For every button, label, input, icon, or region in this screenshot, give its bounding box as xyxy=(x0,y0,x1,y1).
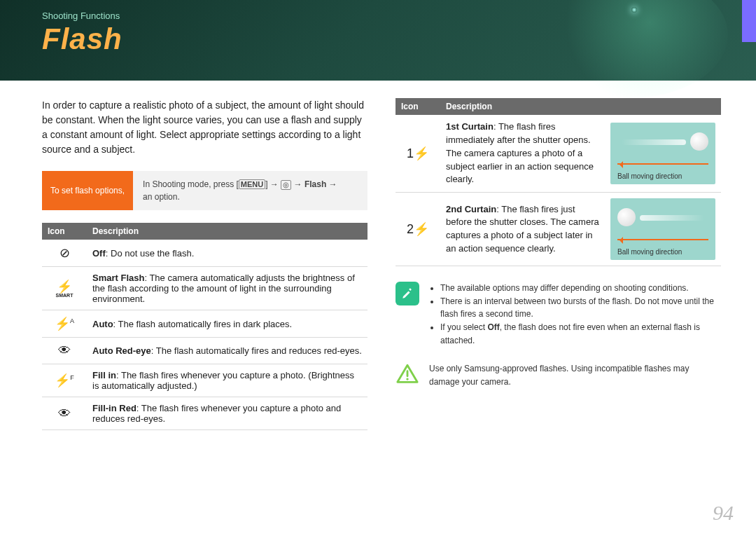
thumb-caption: Ball moving direction xyxy=(617,172,682,180)
header-spark xyxy=(631,7,637,13)
info-note: The available options may differ dependi… xyxy=(396,282,721,347)
note-text: The available options may differ dependi… xyxy=(429,282,721,347)
table-header-row: Icon Description xyxy=(396,98,721,115)
th-desc: Description xyxy=(440,98,721,115)
row-text: : The flash automatically fires and redu… xyxy=(151,345,362,356)
table-row: 1⚡ 1st Curtain: The flash fires immediat… xyxy=(396,115,721,193)
option-callout-body: In Shooting mode, press [MENU] → ◎ → Fla… xyxy=(133,171,368,210)
note-item: If you select Off, the flash does not fi… xyxy=(440,321,721,347)
opt-mid3: → xyxy=(326,179,337,189)
note-item: The available options may differ dependi… xyxy=(440,282,721,295)
row-desc: Fill in: The flash fires whenever you ca… xyxy=(87,364,368,397)
page-title: Flash xyxy=(42,22,714,56)
motion-trail xyxy=(640,215,704,221)
row-desc: Smart Flash: The camera automatically ad… xyxy=(87,267,368,310)
table-row: ⚡F Fill in: The flash fires whenever you… xyxy=(42,364,368,397)
table-row: 👁 Fill-in Red: The flash fires whenever … xyxy=(42,397,368,430)
intro-text: In order to capture a realistic photo of… xyxy=(42,98,368,157)
opt-mid1: ] → xyxy=(265,179,281,189)
table-row: 2⚡ 2nd Curtain: The flash fires just bef… xyxy=(396,193,721,266)
row-bold: Auto Red-eye xyxy=(92,345,151,356)
ball-icon xyxy=(690,132,708,151)
warning-icon xyxy=(396,362,419,386)
page-number: 94 xyxy=(713,501,734,525)
row-desc: Auto Red-eye: The flash automatically fi… xyxy=(87,338,368,364)
off-word: Off xyxy=(487,322,499,332)
curtain-text: 1st Curtain: The flash fires immediately… xyxy=(446,121,603,186)
row-desc: Auto: The flash automatically fires in d… xyxy=(87,310,368,338)
bolt-icon: ⚡ xyxy=(55,317,70,331)
opt-post: an option. xyxy=(143,192,180,202)
page: Shooting Functions Flash In order to cap… xyxy=(0,0,756,536)
fillin-icon: ⚡F xyxy=(42,364,87,397)
motion-trail xyxy=(622,139,686,145)
row-desc: Off: Do not use the flash. xyxy=(87,240,368,267)
curtain-text: 2nd Curtain: The flash fires just before… xyxy=(446,203,603,256)
warning-icon-box xyxy=(396,362,419,386)
first-curtain-thumb: Ball moving direction xyxy=(610,123,715,184)
smart-flash-icon: ⚡SMART xyxy=(42,267,87,310)
second-curtain-thumb: Ball moving direction xyxy=(610,198,715,260)
camera-icon: ◎ xyxy=(281,180,291,190)
bolt-icon: ⚡ xyxy=(55,373,70,387)
svg-point-1 xyxy=(406,378,408,380)
option-callout: To set flash options, In Shooting mode, … xyxy=(42,171,368,210)
opt-pre: In Shooting mode, press [ xyxy=(143,179,239,189)
menu-button-label: MENU xyxy=(239,179,265,189)
table-row: ⚡A Auto: The flash automatically fires i… xyxy=(42,310,368,338)
th-desc: Description xyxy=(87,223,368,240)
row-desc: Fill-in Red: The flash fires whenever yo… xyxy=(87,397,368,430)
sup-f: F xyxy=(70,374,74,381)
fillin-red-icon: 👁 xyxy=(42,397,87,430)
row-bold: Off xyxy=(92,248,106,259)
option-callout-label: To set flash options, xyxy=(42,171,133,210)
note-icon xyxy=(396,282,419,305)
breadcrumb: Shooting Functions xyxy=(42,11,714,21)
direction-arrow-icon xyxy=(617,239,708,240)
opt-mid2: → xyxy=(291,179,304,189)
off-icon: ⊘ xyxy=(42,240,87,267)
auto-flash-icon: ⚡A xyxy=(42,310,87,338)
row-bold: 2nd Curtain xyxy=(446,204,496,214)
smart-label: SMART xyxy=(48,293,81,298)
row-bold: Auto xyxy=(92,319,113,329)
side-tab xyxy=(742,0,756,42)
row-bold: Smart Flash xyxy=(92,273,144,283)
row-desc: 1st Curtain: The flash fires immediately… xyxy=(440,115,721,193)
row-bold: 1st Curtain xyxy=(446,121,493,132)
thumb-caption: Ball moving direction xyxy=(617,248,682,256)
redeye-icon: 👁 xyxy=(42,338,87,364)
table-row: 👁 Auto Red-eye: The flash automatically … xyxy=(42,338,368,364)
warning-note: Use only Samsung-approved flashes. Using… xyxy=(396,362,721,388)
direction-arrow-icon xyxy=(617,163,708,165)
sup-a: A xyxy=(70,317,74,324)
row-desc: 2nd Curtain: The flash fires just before… xyxy=(440,193,721,266)
curtain-table: Icon Description 1⚡ 1st Curtain: The fla… xyxy=(396,98,721,266)
th-icon: Icon xyxy=(42,223,87,240)
first-curtain-icon: 1⚡ xyxy=(396,115,440,193)
pen-icon xyxy=(401,287,414,300)
note-list: The available options may differ dependi… xyxy=(429,282,721,347)
second-curtain-icon: 2⚡ xyxy=(396,193,440,266)
table-header-row: Icon Description xyxy=(42,223,368,240)
row-bold: Fill in xyxy=(92,370,116,380)
table-row: ⚡SMART Smart Flash: The camera automatic… xyxy=(42,267,368,310)
left-column: In order to capture a realistic photo of… xyxy=(42,98,368,430)
warning-text: Use only Samsung-approved flashes. Using… xyxy=(429,362,721,388)
curtain-cell: 2nd Curtain: The flash fires just before… xyxy=(446,198,715,260)
table-row: ⊘ Off: Do not use the flash. xyxy=(42,240,368,267)
body: In order to capture a realistic photo of… xyxy=(0,81,756,430)
th-icon: Icon xyxy=(396,98,440,115)
right-column: Icon Description 1⚡ 1st Curtain: The fla… xyxy=(396,98,721,430)
flash-options-table: Icon Description ⊘ Off: Do not use the f… xyxy=(42,223,368,430)
row-text: : The flash fires whenever you capture a… xyxy=(92,370,354,391)
header: Shooting Functions Flash xyxy=(0,0,756,81)
row-text: : Do not use the flash. xyxy=(106,248,194,259)
curtain-cell: 1st Curtain: The flash fires immediately… xyxy=(446,121,715,186)
ball-icon xyxy=(617,208,636,226)
row-bold: Fill-in Red xyxy=(92,403,136,413)
row-text: : The flash automatically fires in dark … xyxy=(113,319,293,329)
bolt-icon: ⚡ xyxy=(57,280,72,294)
flash-word: Flash xyxy=(304,179,326,189)
note-item: There is an interval between two bursts … xyxy=(440,295,721,321)
